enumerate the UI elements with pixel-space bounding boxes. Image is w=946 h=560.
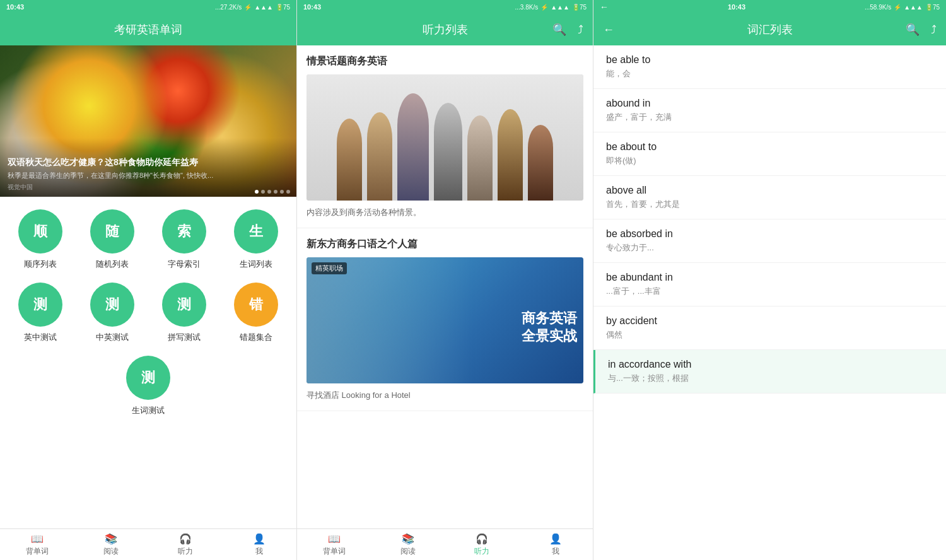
btn-spell[interactable]: 测 拼写测试 xyxy=(162,283,206,343)
grid-row-2: 测 英中测试 测 中英测试 测 拼写测试 错 错题集合 xyxy=(9,283,287,343)
vocab-en-7: by accident xyxy=(606,315,933,327)
banner-main-title: 双语秋天怎么吃才健康？这8种食物助你延年益寿 xyxy=(8,157,289,168)
vocab-item-7[interactable]: by accident 偶然 xyxy=(593,306,946,350)
btn-sui-circle[interactable]: 随 xyxy=(90,209,134,254)
left-nav-listen[interactable]: 🎧 听力 xyxy=(148,529,223,560)
share-icon[interactable]: ⤴ xyxy=(578,23,583,37)
vocab-item-1[interactable]: be able to 能，会 xyxy=(593,45,946,89)
btn-suo-circle[interactable]: 索 xyxy=(162,209,206,254)
btn-sheng[interactable]: 生 生词列表 xyxy=(234,209,278,270)
biz-thumb2-bg: 精英职场 商务英语全景实战 xyxy=(307,257,583,383)
right-bluetooth-icon: ⚡ xyxy=(894,4,901,11)
left-nav-read[interactable]: 📚 阅读 xyxy=(74,529,149,560)
grid-row-1: 顺 顺序列表 随 随机列表 索 字母索引 生 生词列表 xyxy=(9,209,287,270)
right-status-bar: ← 10:43 ...58.9K/s ⚡ ▲▲▲ 🔋75 xyxy=(593,0,946,14)
left-nav-read-label: 阅读 xyxy=(103,546,119,557)
right-header-icons: 🔍 ⤴ xyxy=(906,23,937,37)
vocab-en-5: be absorbed in xyxy=(606,228,933,240)
person-7 xyxy=(528,125,553,201)
thumb-text: 商务英语全景实战 xyxy=(522,310,577,346)
btn-suo-label: 字母索引 xyxy=(168,259,201,270)
biz-people-bg xyxy=(307,74,583,201)
left-signal: ...27.2K/s xyxy=(215,4,242,11)
right-battery: 🔋75 xyxy=(925,4,940,11)
right-search-icon[interactable]: 🔍 xyxy=(906,23,920,37)
btn-shun-circle[interactable]: 顺 xyxy=(18,209,62,254)
vocab-cn-1: 能，会 xyxy=(606,68,933,79)
audio-item-2-thumb: 精英职场 商务英语全景实战 xyxy=(307,257,583,383)
person-6 xyxy=(498,109,523,201)
vocab-item-2[interactable]: abound in 盛产，富于，充满 xyxy=(593,89,946,132)
middle-memorize-icon: 📖 xyxy=(328,533,341,545)
btn-spell-circle[interactable]: 测 xyxy=(162,283,206,327)
left-nav-memorize[interactable]: 📖 背单词 xyxy=(0,529,74,560)
vocab-item-3[interactable]: be about to 即将(做) xyxy=(593,132,946,176)
middle-nav-listen[interactable]: 🎧 听力 xyxy=(445,529,519,560)
btn-newword-label: 生词测试 xyxy=(132,405,165,416)
audio-item-1[interactable]: 情景话题商务英语 内容涉及到商务活动各种情景。 xyxy=(297,45,593,228)
dot-6 xyxy=(286,190,290,194)
vocab-en-3: be about to xyxy=(606,141,933,153)
btn-error-circle[interactable]: 错 xyxy=(234,283,278,327)
audio-item-2-desc: 寻找酒店 Looking for a Hotel xyxy=(307,390,583,401)
btn-sui[interactable]: 随 随机列表 xyxy=(90,209,134,270)
btn-newword[interactable]: 测 生词测试 xyxy=(126,356,170,416)
banner-source: 视觉中国 xyxy=(8,183,289,192)
right-back-icon[interactable]: ← xyxy=(600,2,609,12)
left-nav-me[interactable]: 👤 我 xyxy=(223,529,297,560)
middle-bluetooth-icon: ⚡ xyxy=(540,4,548,11)
right-share-icon[interactable]: ⤴ xyxy=(931,23,937,37)
btn-suo[interactable]: 索 字母索引 xyxy=(162,209,206,270)
left-nav-memorize-label: 背单词 xyxy=(26,546,49,557)
dot-2 xyxy=(261,190,265,194)
grid-section: 顺 顺序列表 随 随机列表 索 字母索引 生 生词列表 测 英中测试 测 xyxy=(0,197,296,441)
vocab-en-1: be able to xyxy=(606,54,933,66)
middle-listen-icon: 🎧 xyxy=(476,533,488,545)
audio-item-1-thumb xyxy=(307,74,583,201)
vocab-cn-4: 首先，首要，尤其是 xyxy=(606,199,933,210)
btn-yzh-circle[interactable]: 测 xyxy=(18,283,62,327)
audio-item-2[interactable]: 新东方商务口语之个人篇 精英职场 商务英语全景实战 寻找酒店 Looking f… xyxy=(297,228,593,411)
middle-nav-me-label: 我 xyxy=(552,546,559,557)
listen-icon: 🎧 xyxy=(179,533,192,545)
vocab-en-6: be abundant in xyxy=(606,272,933,283)
vocab-en-8: in accordance with xyxy=(608,359,933,370)
right-status-left: ← xyxy=(600,2,609,12)
btn-shun[interactable]: 顺 顺序列表 xyxy=(18,209,62,270)
btn-sheng-circle[interactable]: 生 xyxy=(234,209,278,254)
btn-yzh[interactable]: 测 英中测试 xyxy=(18,283,62,343)
vocab-cn-8: 与...一致；按照，根据 xyxy=(608,373,933,384)
btn-shun-label: 顺序列表 xyxy=(24,259,57,270)
left-wifi-icon: ▲▲▲ xyxy=(254,4,273,11)
vocab-item-5[interactable]: be absorbed in 专心致力于... xyxy=(593,219,946,263)
vocab-list: be able to 能，会 abound in 盛产，富于，充满 be abo… xyxy=(593,45,946,560)
btn-zhy-circle[interactable]: 测 xyxy=(90,283,134,327)
dot-5 xyxy=(280,190,284,194)
vocab-cn-3: 即将(做) xyxy=(606,155,933,166)
banner-sub-title: 秋季是最适合养生的季节，在这里向你推荐8种"长寿食物", 快快收... xyxy=(8,171,289,180)
btn-newword-circle[interactable]: 测 xyxy=(126,356,170,400)
left-header-title: 考研英语单词 xyxy=(114,22,182,37)
btn-error[interactable]: 错 错题集合 xyxy=(234,283,278,343)
left-banner[interactable]: 双语秋天怎么吃才健康？这8种食物助你延年益寿 秋季是最适合养生的季节，在这里向你… xyxy=(0,45,296,197)
right-header: ← 词汇列表 🔍 ⤴ xyxy=(593,14,946,45)
middle-nav-memorize-label: 背单词 xyxy=(323,546,346,557)
right-back-button[interactable]: ← xyxy=(603,23,614,37)
middle-time: 10:43 xyxy=(303,3,321,11)
middle-nav-me[interactable]: 👤 我 xyxy=(519,529,593,560)
middle-status-bar: 10:43 ...3.8K/s ⚡ ▲▲▲ 🔋75 xyxy=(297,0,593,14)
vocab-item-8[interactable]: in accordance with 与...一致；按照，根据 xyxy=(593,350,946,394)
middle-header: 听力列表 🔍 ⤴ xyxy=(297,14,593,45)
person-3 xyxy=(397,93,429,201)
search-icon[interactable]: 🔍 xyxy=(552,23,566,37)
memorize-icon: 📖 xyxy=(31,533,44,545)
person-2 xyxy=(367,112,392,201)
vocab-item-4[interactable]: above all 首先，首要，尤其是 xyxy=(593,176,946,219)
btn-zhy[interactable]: 测 中英测试 xyxy=(90,283,134,343)
biz-faces xyxy=(307,257,472,383)
vocab-item-6[interactable]: be abundant in ...富于，...丰富 xyxy=(593,263,946,306)
right-header-title: 词汇列表 xyxy=(747,22,793,37)
middle-nav-read[interactable]: 📚 阅读 xyxy=(371,529,445,560)
left-bluetooth-icon: ⚡ xyxy=(244,4,252,11)
middle-nav-memorize[interactable]: 📖 背单词 xyxy=(297,529,371,560)
